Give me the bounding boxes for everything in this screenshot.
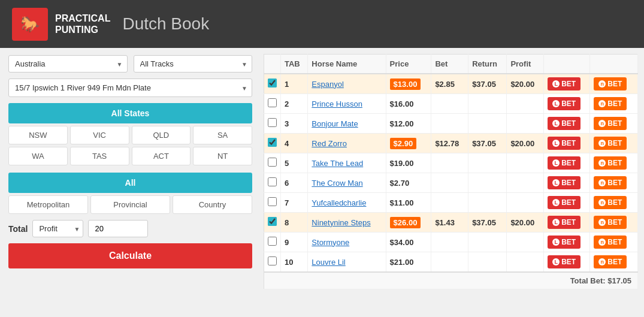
return-cell: [468, 94, 507, 114]
bet-orange-button[interactable]: n BET: [594, 196, 627, 209]
horse-link[interactable]: Espanyol: [312, 80, 343, 89]
bet-btn2-cell: n BET: [590, 134, 638, 153]
profit-select[interactable]: Profit Target: [32, 220, 83, 237]
bet-red-button[interactable]: L BET: [548, 236, 580, 249]
bet-red-button[interactable]: L BET: [548, 176, 580, 189]
bet-red-button[interactable]: L BET: [548, 77, 580, 90]
horse-link[interactable]: Yufcalledcharlie: [312, 198, 366, 207]
bet-btn2-cell: n BET: [590, 74, 638, 94]
track-provincial[interactable]: Provincial: [90, 195, 170, 214]
bet-red-button[interactable]: L BET: [548, 137, 580, 150]
track-metropolitan[interactable]: Metropolitan: [8, 195, 88, 214]
bet-orange-button[interactable]: n BET: [594, 117, 627, 130]
profit-cell: [507, 233, 544, 252]
bet-btn1-cell: L BET: [544, 153, 590, 173]
bet-red-button[interactable]: L BET: [548, 156, 580, 170]
state-nt[interactable]: NT: [193, 147, 252, 165]
col-checkbox: [264, 55, 281, 74]
price-cell: $26.00: [386, 213, 431, 233]
horse-link[interactable]: Bonjour Mate: [312, 119, 358, 128]
horse-name-cell: Stormyone: [308, 233, 386, 252]
tab-number: 10: [281, 252, 308, 273]
page-title: Dutch Book: [122, 14, 209, 34]
track-country[interactable]: Country: [173, 195, 252, 214]
bet-red-button[interactable]: L BET: [548, 196, 580, 209]
horse-link[interactable]: Louvre Lil: [312, 258, 345, 267]
state-act[interactable]: ACT: [132, 147, 191, 165]
checkbox-cell: [264, 114, 281, 134]
tab-number: 9: [281, 233, 308, 252]
state-nsw[interactable]: NSW: [8, 126, 68, 144]
profit-input[interactable]: [88, 220, 148, 237]
row-checkbox[interactable]: [268, 98, 277, 107]
profit-cell: $20.00: [507, 134, 544, 153]
all-states-button[interactable]: All States: [8, 103, 252, 123]
country-select[interactable]: Australia New Zealand International: [8, 55, 128, 73]
horse-link[interactable]: Red Zorro: [312, 139, 347, 148]
row-checkbox[interactable]: [268, 118, 277, 127]
tracks-select[interactable]: All Tracks: [134, 55, 253, 73]
bet-orange-button[interactable]: n BET: [594, 255, 627, 268]
bet-orange-button[interactable]: n BET: [594, 137, 627, 150]
bet-orange-button[interactable]: n BET: [594, 216, 627, 229]
horse-link[interactable]: Ninetynine Steps: [312, 218, 370, 227]
profit-cell: $20.00: [507, 213, 544, 233]
country-select-wrap: Australia New Zealand International: [8, 55, 128, 73]
horse-link[interactable]: The Crow Man: [312, 179, 362, 188]
horse-name-cell: Louvre Lil: [308, 252, 386, 273]
state-tas[interactable]: TAS: [70, 147, 129, 165]
row-checkbox[interactable]: [268, 79, 277, 87]
race-select[interactable]: 15/7 Ipswich 1 River 949 Fm Mdn Plate: [8, 79, 252, 97]
country-tracks-row: Australia New Zealand International All …: [8, 55, 252, 73]
bet-red-button[interactable]: L BET: [548, 216, 580, 229]
row-checkbox[interactable]: [268, 256, 277, 265]
bet-orange-button[interactable]: n BET: [594, 176, 627, 189]
row-checkbox[interactable]: [268, 197, 277, 206]
state-qld[interactable]: QLD: [132, 126, 191, 144]
bet-cell: $12.78: [431, 134, 468, 153]
return-cell: [468, 114, 507, 134]
bet-btn2-cell: n BET: [590, 213, 638, 233]
col-price: Price: [386, 55, 431, 74]
col-profit: Profit: [507, 55, 544, 74]
profit-select-wrap: Profit Target: [32, 220, 83, 237]
bet-btn1-cell: L BET: [544, 173, 590, 193]
bet-btn1-cell: L BET: [544, 213, 590, 233]
row-checkbox[interactable]: [268, 138, 277, 147]
row-checkbox[interactable]: [268, 158, 277, 167]
state-wa[interactable]: WA: [8, 147, 68, 165]
bet-btn1-cell: L BET: [544, 252, 590, 273]
tab-number: 8: [281, 213, 308, 233]
state-sa[interactable]: SA: [193, 126, 252, 144]
right-panel: TAB Horse Name Price Bet Return Profit 1…: [261, 48, 644, 317]
bet-red-button[interactable]: L BET: [548, 255, 580, 268]
horse-name-cell: Ninetynine Steps: [308, 213, 386, 233]
table-row: 5Take The Lead$19.00L BETn BET: [264, 153, 638, 173]
total-label: Total: [8, 224, 28, 234]
bet-orange-button[interactable]: n BET: [594, 77, 627, 90]
bet-orange-button[interactable]: n BET: [594, 236, 627, 249]
horse-link[interactable]: Take The Lead: [312, 159, 363, 168]
header: 🐎 PRACTICAL PUNTING Dutch Book: [0, 0, 644, 48]
state-vic[interactable]: VIC: [70, 126, 129, 144]
col-btn1: [544, 55, 590, 74]
bet-btn2-cell: n BET: [590, 233, 638, 252]
bet-red-button[interactable]: L BET: [548, 117, 580, 130]
checkbox-cell: [264, 134, 281, 153]
calculate-button[interactable]: Calculate: [8, 243, 252, 268]
horse-link[interactable]: Prince Husson: [312, 99, 362, 108]
profit-cell: [507, 193, 544, 213]
row-checkbox[interactable]: [268, 217, 277, 226]
bet-red-button[interactable]: L BET: [548, 97, 580, 110]
row-checkbox[interactable]: [268, 177, 277, 186]
bet-orange-button[interactable]: n BET: [594, 97, 627, 110]
bet-orange-button[interactable]: n BET: [594, 156, 627, 170]
all-button[interactable]: All: [8, 173, 252, 193]
horse-name-cell: The Crow Man: [308, 173, 386, 193]
state-grid: NSW VIC QLD SA WA TAS ACT NT: [8, 126, 252, 165]
horse-link[interactable]: Stormyone: [312, 238, 349, 247]
return-cell: $37.05: [468, 213, 507, 233]
bet-cell: [431, 233, 468, 252]
row-checkbox[interactable]: [268, 237, 277, 246]
tab-number: 7: [281, 193, 308, 213]
